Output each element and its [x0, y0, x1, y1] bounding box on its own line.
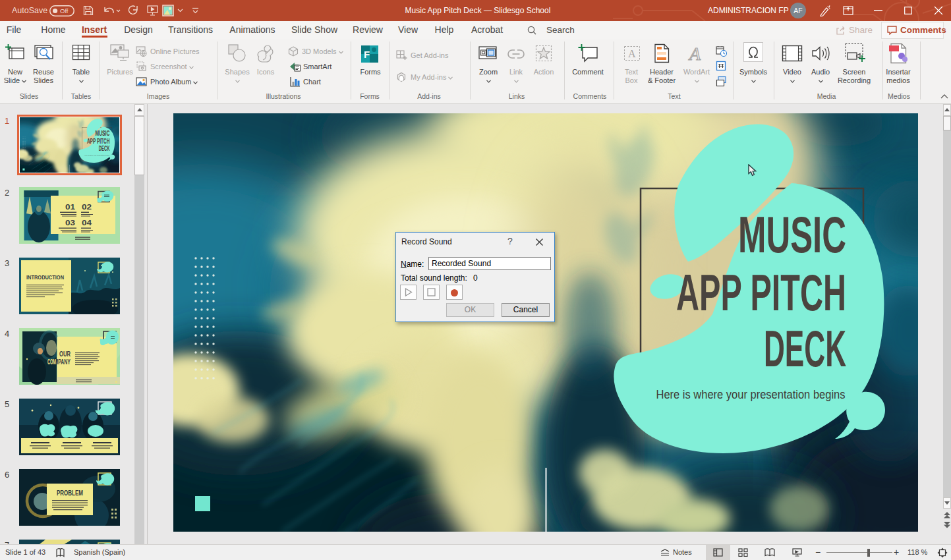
- svg-text:OUR: OUR: [59, 350, 71, 358]
- svg-text:Off: Off: [60, 7, 69, 14]
- svg-text:04: 04: [82, 219, 92, 227]
- svg-text:02: 02: [82, 203, 92, 211]
- svg-text:01: 01: [65, 203, 75, 211]
- svg-text:F: F: [364, 49, 370, 60]
- svg-text:A: A: [628, 48, 636, 59]
- svg-text:COM: COM: [47, 358, 56, 366]
- svg-text:03: 03: [65, 219, 75, 227]
- svg-text:A: A: [688, 44, 701, 63]
- svg-text:PROBLEM: PROBLEM: [57, 490, 83, 497]
- svg-text:INTRODUCTION: INTRODUCTION: [26, 274, 64, 281]
